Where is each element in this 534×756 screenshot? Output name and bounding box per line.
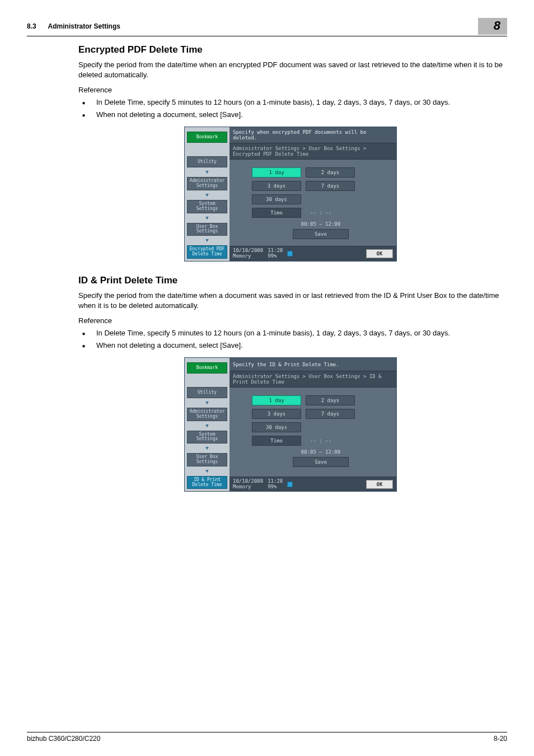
option-3days[interactable]: 3 days: [252, 181, 301, 191]
screenshot-2: Bookmark Utility ▼ Administrator Setting…: [184, 357, 397, 492]
arrow-down-icon: ▼: [205, 238, 208, 243]
memory-icon: [287, 251, 293, 256]
chapter-number: 8: [478, 18, 507, 35]
heading-encrypted-pdf: Encrypted PDF Delete Time: [78, 44, 503, 55]
reference-list: In Delete Time, specify 5 minutes to 12 …: [78, 97, 503, 120]
arrow-down-icon: ▼: [205, 216, 208, 221]
time-button[interactable]: Time: [252, 208, 301, 218]
arrow-down-icon: ▼: [205, 469, 208, 474]
time-range: 00:05 – 12:00: [252, 221, 390, 227]
sidebar-item-current[interactable]: Encrypted PDF Delete Time: [187, 245, 227, 259]
screenshot-1: Bookmark Utility ▼ Administrator Setting…: [184, 127, 397, 261]
header-left: 8.3 Administrator Settings: [27, 22, 478, 30]
reference-item: When not deleting a document, select [Sa…: [88, 110, 503, 120]
option-3days[interactable]: 3 days: [252, 409, 301, 419]
sidebar-item-userbox[interactable]: User Box Settings: [187, 453, 227, 466]
section-number: 8.3: [27, 22, 36, 30]
main-panel: Specify when encrypted PDF documents wil…: [229, 127, 396, 260]
reference-label: Reference: [78, 316, 503, 325]
page: 8.3 Administrator Settings 8 Encrypted P…: [0, 0, 534, 756]
save-button[interactable]: Save: [293, 457, 349, 467]
memory-icon: [287, 482, 293, 487]
option-1day[interactable]: 1 day: [252, 167, 301, 178]
screenshot-1-wrap: Bookmark Utility ▼ Administrator Setting…: [78, 127, 503, 261]
sidebar-item-system[interactable]: System Settings: [187, 431, 227, 444]
save-button[interactable]: Save: [293, 229, 349, 239]
sidebar-item-system[interactable]: System Settings: [187, 200, 227, 213]
reference-item: In Delete Time, specify 5 minutes to 12 …: [88, 328, 503, 338]
section-id-print: ID & Print Delete Time Specify the perio…: [78, 275, 503, 492]
screenshot-2-wrap: Bookmark Utility ▼ Administrator Setting…: [78, 357, 503, 492]
sidebar: Bookmark Utility ▼ Administrator Setting…: [185, 127, 229, 260]
option-30days[interactable]: 30 days: [252, 194, 301, 204]
panel-content: 1 day 2 days 3 days 7 days 30 days: [229, 160, 396, 246]
option-7days[interactable]: 7 days: [306, 181, 355, 191]
page-header: 8.3 Administrator Settings 8: [27, 18, 507, 36]
sidebar-item-userbox[interactable]: User Box Settings: [187, 223, 227, 236]
status-bar: 10/10/2008 Memory 11:28 99% OK: [229, 246, 396, 261]
option-1day[interactable]: 1 day: [252, 395, 301, 405]
page-footer: bizhub C360/C280/C220 8-20: [27, 732, 507, 743]
arrow-down-icon: ▼: [205, 446, 208, 451]
breadcrumb: Administrator Settings > User Box Settin…: [229, 371, 396, 388]
time-range: 00:05 – 12:00: [252, 449, 390, 455]
time-button[interactable]: Time: [252, 436, 301, 446]
reference-item: When not deleting a document, select [Sa…: [88, 340, 503, 351]
main-panel: Specify the ID & Print Delete Time. Admi…: [229, 358, 396, 491]
footer-right: 8-20: [494, 735, 507, 743]
time-value: -- : --: [306, 208, 336, 218]
option-2days[interactable]: 2 days: [306, 395, 355, 405]
sidebar: Bookmark Utility ▼ Administrator Setting…: [185, 358, 229, 491]
arrow-down-icon: ▼: [205, 423, 208, 428]
bookmark-button[interactable]: Bookmark: [187, 362, 227, 374]
breadcrumb: Administrator Settings > User Box Settin…: [229, 143, 396, 160]
sidebar-item-current[interactable]: ID & Print Delete Time: [187, 476, 227, 489]
reference-label: Reference: [78, 86, 503, 94]
status-memory-val: 99%: [268, 254, 283, 259]
ok-button[interactable]: OK: [366, 480, 393, 489]
bookmark-button[interactable]: Bookmark: [187, 132, 227, 143]
ok-button[interactable]: OK: [366, 249, 393, 258]
option-7days[interactable]: 7 days: [306, 409, 355, 419]
footer-left: bizhub C360/C280/C220: [27, 735, 100, 743]
status-bar: 10/10/2008 Memory 11:28 99% OK: [229, 477, 396, 492]
time-value: -- : --: [306, 436, 336, 446]
panel-hint: Specify when encrypted PDF documents wil…: [229, 127, 396, 143]
option-30days[interactable]: 30 days: [252, 422, 301, 432]
arrow-down-icon: ▼: [205, 170, 208, 175]
sidebar-item-utility[interactable]: Utility: [187, 156, 227, 167]
sidebar-item-utility[interactable]: Utility: [187, 387, 227, 398]
status-memory-label: Memory: [233, 484, 263, 490]
option-2days[interactable]: 2 days: [306, 167, 355, 178]
heading-id-print: ID & Print Delete Time: [78, 275, 503, 286]
status-memory-label: Memory: [233, 254, 263, 259]
intro-text: Specify the period from the date/time wh…: [78, 291, 503, 311]
panel-content: 1 day 2 days 3 days 7 days 30 days: [229, 388, 396, 477]
arrow-down-icon: ▼: [205, 400, 208, 405]
status-memory-val: 99%: [268, 484, 283, 490]
reference-item: In Delete Time, specify 5 minutes to 12 …: [88, 97, 503, 108]
section-encrypted-pdf: Encrypted PDF Delete Time Specify the pe…: [78, 44, 503, 262]
sidebar-item-admin[interactable]: Administrator Settings: [187, 408, 227, 421]
arrow-down-icon: ▼: [205, 193, 208, 198]
reference-list: In Delete Time, specify 5 minutes to 12 …: [78, 328, 503, 351]
intro-text: Specify the period from the date/time wh…: [78, 60, 503, 80]
sidebar-item-admin[interactable]: Administrator Settings: [187, 177, 227, 190]
section-title: Administrator Settings: [48, 22, 120, 30]
panel-hint: Specify the ID & Print Delete Time.: [229, 358, 396, 371]
